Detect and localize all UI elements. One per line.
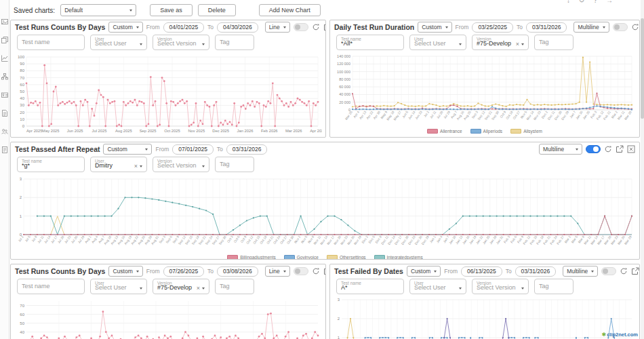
save-as-button[interactable]: Save as [150,4,193,16]
version-select[interactable]: Version#75-Develop× [153,279,209,294]
document-icon[interactable] [1,146,8,153]
refresh-icon[interactable] [312,267,320,275]
user-select[interactable]: UserSelect User [90,279,147,294]
panel-toggle[interactable] [601,267,616,275]
test-name-input[interactable]: Test name*All* [336,35,404,50]
svg-text:Aug 2025: Aug 2025 [115,129,132,133]
tag-input[interactable]: Tag [534,279,573,294]
user-select[interactable]: UserSelect User [90,35,147,50]
range-select[interactable]: Custom [103,144,152,155]
chart-type-select[interactable]: Multiline [573,22,609,33]
chart-type-select[interactable]: Multiline [563,266,598,277]
range-select[interactable]: Custom [407,266,441,277]
open-in-new-icon[interactable] [631,267,639,275]
chevron-down-icon [521,43,524,45]
from-date-input[interactable]: 07/26/2025 [163,266,205,277]
saved-charts-select[interactable]: Default [60,4,136,16]
panel-toggle[interactable] [294,23,308,31]
chart-type-select[interactable]: Multiline [539,144,582,155]
panel-toggle[interactable] [613,23,628,31]
tag-input[interactable]: Tag [534,35,573,50]
delete-button[interactable]: Delete [198,4,236,16]
test-name-input[interactable]: Test nameA* [336,279,404,294]
image-icon[interactable] [1,18,8,25]
chart-type-select[interactable]: Line [265,22,290,33]
open-in-new-icon[interactable] [323,23,326,31]
chart-legend: AllentranceAllperiodsAllsystem [332,127,637,135]
to-date-input[interactable]: 03/31/2026 [226,144,268,155]
test-name-input[interactable]: Test name [17,35,85,50]
panel-test-passed-after-repeat: Test Passed After Repeat Custom From 07/… [10,142,640,260]
from-date-input[interactable]: 04/01/2025 [163,22,205,33]
svg-text:Sep 30: Sep 30 [218,235,227,245]
open-in-new-icon[interactable] [323,267,326,275]
user-select[interactable]: UserSelect User [409,279,466,294]
tag-input[interactable]: Tag [215,157,254,172]
svg-text:60: 60 [20,83,24,87]
user-select[interactable]: UserSelect User [409,35,466,50]
panel-title: Test Failed By Dates [334,267,403,275]
files-icon[interactable] [1,110,8,117]
watermark-text: clip2net.com [607,332,638,338]
panel-toggle[interactable] [586,145,601,153]
to-date-input[interactable]: 03/08/2026 [217,266,258,277]
clear-icon[interactable]: × [134,163,138,170]
id-card-icon[interactable] [1,92,8,98]
open-in-new-icon[interactable] [616,145,624,153]
users-icon[interactable] [1,128,8,135]
tag-input[interactable]: Tag [215,279,254,294]
chevron-down-icon [459,287,462,290]
tag-input[interactable]: Tag [215,35,254,50]
user-select[interactable]: UserDmitry× [90,157,147,172]
close-icon[interactable] [627,145,635,153]
filters-row: Test name*All* UserSelect User Version#7… [330,33,639,53]
sitemap-icon[interactable] [1,73,8,80]
add-new-chart-button[interactable]: Add New Chart [259,4,321,16]
version-select[interactable]: VersionSelect Version [472,279,529,294]
svg-text:Jan 4: Jan 4 [436,235,443,243]
saved-charts-toolbar: Saved charts: Default Save as Delete Add… [10,0,640,20]
to-date-input[interactable]: 04/30/2026 [217,22,258,33]
svg-text:Apr 30: Apr 30 [373,110,381,120]
to-date-input[interactable]: 03/31/2026 [515,266,557,277]
vertical-scrollbar[interactable] [641,0,644,339]
svg-text:60: 60 [20,313,24,317]
range-select[interactable]: Custom [108,266,142,277]
panel-toggle[interactable] [294,267,308,275]
from-date-input[interactable]: 07/01/2025 [172,144,214,155]
svg-text:Dec 29: Dec 29 [421,235,430,245]
svg-text:Jan 1: Jan 1 [429,235,437,243]
svg-text:Oct 27: Oct 27 [512,110,521,120]
from-date-input[interactable]: 03/25/2025 [472,22,513,33]
version-select[interactable]: VersionSelect Version [153,35,209,50]
to-date-input[interactable]: 03/31/2026 [526,22,567,33]
chart-type-select[interactable]: Line [265,266,290,277]
copy-icon[interactable] [1,37,8,43]
refresh-icon[interactable] [620,267,628,275]
svg-text:100 000: 100 000 [337,70,350,74]
chart-icon[interactable] [1,55,8,62]
test-name-input[interactable]: Test name*g* [17,157,85,172]
clear-icon[interactable]: × [197,285,200,292]
chart-legend: BillingadjustmentsGovinvoiceOthersetting… [13,254,637,260]
chevron-down-icon [140,43,142,45]
svg-text:90: 90 [20,62,24,66]
clear-icon[interactable]: × [516,41,519,47]
scrollbar-thumb[interactable] [641,18,644,119]
from-label: From [146,268,160,275]
chevron-down-icon [202,287,205,290]
refresh-icon[interactable] [604,145,612,153]
test-name-input[interactable]: Test name [17,279,85,294]
version-select[interactable]: VersionSelect Version [153,157,209,172]
chevron-down-icon [591,271,594,273]
version-select[interactable]: Version#75-Develop× [472,35,529,50]
to-label: To [207,268,214,275]
range-select[interactable]: Custom [108,22,142,33]
range-select[interactable]: Custom [418,22,451,33]
refresh-icon[interactable] [312,23,320,31]
refresh-icon[interactable] [631,23,639,31]
chevron-down-icon [283,271,286,273]
from-date-input[interactable]: 06/13/2025 [461,266,502,277]
svg-text:Mar 29: Mar 29 [624,235,632,245]
chart-canvas: 020 00040 00060 00080 000100 000120 0001… [332,53,636,127]
